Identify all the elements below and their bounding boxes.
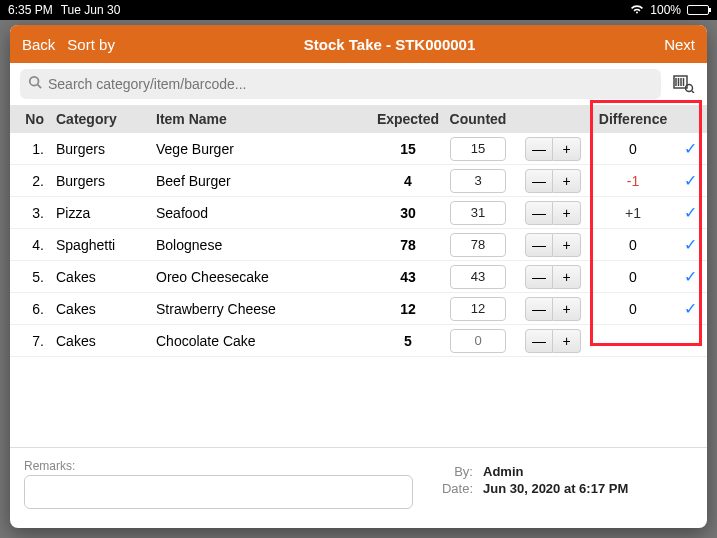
by-label: By: bbox=[433, 464, 473, 479]
cell-item-name: Bolognese bbox=[150, 237, 373, 253]
increment-button[interactable]: + bbox=[553, 233, 581, 257]
counted-input[interactable] bbox=[450, 297, 506, 321]
cell-item-name: Seafood bbox=[150, 205, 373, 221]
cell-no: 2. bbox=[10, 173, 50, 189]
check-icon: ✓ bbox=[684, 172, 697, 189]
increment-button[interactable]: + bbox=[553, 297, 581, 321]
cell-expected: 15 bbox=[373, 141, 443, 157]
page-title: Stock Take - STK000001 bbox=[304, 36, 475, 53]
decrement-button[interactable]: — bbox=[525, 201, 553, 225]
cell-no: 7. bbox=[10, 333, 50, 349]
cell-category: Burgers bbox=[50, 141, 150, 157]
table-row: 1.BurgersVege Burger15—+0✓ bbox=[10, 133, 707, 165]
search-icon bbox=[28, 75, 48, 93]
remarks-label: Remarks: bbox=[24, 459, 75, 473]
counted-input[interactable] bbox=[450, 233, 506, 257]
back-button[interactable]: Back bbox=[22, 36, 55, 53]
table-row: 4.SpaghettiBolognese78—+0✓ bbox=[10, 229, 707, 261]
cell-no: 3. bbox=[10, 205, 50, 221]
sort-by-button[interactable]: Sort by bbox=[67, 36, 115, 53]
cell-category: Cakes bbox=[50, 333, 150, 349]
cell-expected: 30 bbox=[373, 205, 443, 221]
svg-line-1 bbox=[38, 85, 42, 89]
ipad-status-bar: 6:35 PM Tue Jun 30 100% bbox=[0, 0, 717, 20]
counted-input[interactable] bbox=[450, 201, 506, 225]
counted-input[interactable] bbox=[450, 329, 506, 353]
col-no: No bbox=[10, 111, 50, 127]
wifi-icon bbox=[630, 3, 644, 17]
decrement-button[interactable]: — bbox=[525, 297, 553, 321]
col-counted: Counted bbox=[443, 111, 513, 127]
cell-no: 6. bbox=[10, 301, 50, 317]
table-row: 2.BurgersBeef Burger4—+-1✓ bbox=[10, 165, 707, 197]
barcode-scan-icon[interactable] bbox=[671, 71, 697, 97]
decrement-button[interactable]: — bbox=[525, 169, 553, 193]
col-expected: Expected bbox=[373, 111, 443, 127]
remarks-input[interactable] bbox=[24, 475, 413, 509]
battery-icon bbox=[687, 5, 709, 15]
cell-expected: 12 bbox=[373, 301, 443, 317]
svg-point-0 bbox=[30, 77, 39, 86]
cell-difference: 0 bbox=[629, 141, 637, 157]
svg-line-8 bbox=[692, 91, 694, 93]
cell-difference: +1 bbox=[625, 205, 641, 221]
check-icon: ✓ bbox=[684, 140, 697, 157]
cell-difference: -1 bbox=[627, 173, 639, 189]
search-box[interactable] bbox=[20, 69, 661, 99]
cell-expected: 43 bbox=[373, 269, 443, 285]
check-icon: ✓ bbox=[684, 268, 697, 285]
decrement-button[interactable]: — bbox=[525, 233, 553, 257]
col-item-name: Item Name bbox=[150, 111, 373, 127]
cell-difference: 0 bbox=[629, 269, 637, 285]
by-value: Admin bbox=[483, 464, 523, 479]
search-input[interactable] bbox=[48, 76, 653, 92]
status-date: Tue Jun 30 bbox=[61, 3, 121, 17]
counted-input[interactable] bbox=[450, 169, 506, 193]
table-row: 3.PizzaSeafood30—++1✓ bbox=[10, 197, 707, 229]
status-time: 6:35 PM bbox=[8, 3, 53, 17]
cell-category: Cakes bbox=[50, 269, 150, 285]
cell-category: Burgers bbox=[50, 173, 150, 189]
decrement-button[interactable]: — bbox=[525, 329, 553, 353]
decrement-button[interactable]: — bbox=[525, 137, 553, 161]
table-header: No Category Item Name Expected Counted D… bbox=[10, 105, 707, 133]
cell-category: Pizza bbox=[50, 205, 150, 221]
check-icon: ✓ bbox=[684, 236, 697, 253]
cell-category: Spaghetti bbox=[50, 237, 150, 253]
increment-button[interactable]: + bbox=[553, 137, 581, 161]
cell-no: 1. bbox=[10, 141, 50, 157]
next-button[interactable]: Next bbox=[664, 36, 695, 53]
increment-button[interactable]: + bbox=[553, 265, 581, 289]
cell-difference: 0 bbox=[629, 301, 637, 317]
counted-input[interactable] bbox=[450, 137, 506, 161]
increment-button[interactable]: + bbox=[553, 329, 581, 353]
date-value: Jun 30, 2020 at 6:17 PM bbox=[483, 481, 628, 496]
increment-button[interactable]: + bbox=[553, 201, 581, 225]
increment-button[interactable]: + bbox=[553, 169, 581, 193]
check-icon: ✓ bbox=[684, 204, 697, 221]
table-row: 7.CakesChocolate Cake5—+ bbox=[10, 325, 707, 357]
cell-item-name: Oreo Cheesecake bbox=[150, 269, 373, 285]
col-difference: Difference bbox=[593, 111, 673, 127]
date-label: Date: bbox=[433, 481, 473, 496]
col-category: Category bbox=[50, 111, 150, 127]
cell-no: 5. bbox=[10, 269, 50, 285]
footer: Remarks: By:Admin Date:Jun 30, 2020 at 6… bbox=[10, 447, 707, 528]
stock-table: No Category Item Name Expected Counted D… bbox=[10, 105, 707, 447]
stock-take-modal: Back Sort by Stock Take - STK000001 Next… bbox=[10, 25, 707, 528]
cell-no: 4. bbox=[10, 237, 50, 253]
table-row: 5.CakesOreo Cheesecake43—+0✓ bbox=[10, 261, 707, 293]
decrement-button[interactable]: — bbox=[525, 265, 553, 289]
cell-item-name: Beef Burger bbox=[150, 173, 373, 189]
cell-difference: 0 bbox=[629, 237, 637, 253]
check-icon: ✓ bbox=[684, 300, 697, 317]
counted-input[interactable] bbox=[450, 265, 506, 289]
cell-category: Cakes bbox=[50, 301, 150, 317]
cell-item-name: Chocolate Cake bbox=[150, 333, 373, 349]
cell-item-name: Strawberry Cheese bbox=[150, 301, 373, 317]
cell-item-name: Vege Burger bbox=[150, 141, 373, 157]
table-row: 6.CakesStrawberry Cheese12—+0✓ bbox=[10, 293, 707, 325]
cell-expected: 5 bbox=[373, 333, 443, 349]
cell-expected: 4 bbox=[373, 173, 443, 189]
cell-expected: 78 bbox=[373, 237, 443, 253]
